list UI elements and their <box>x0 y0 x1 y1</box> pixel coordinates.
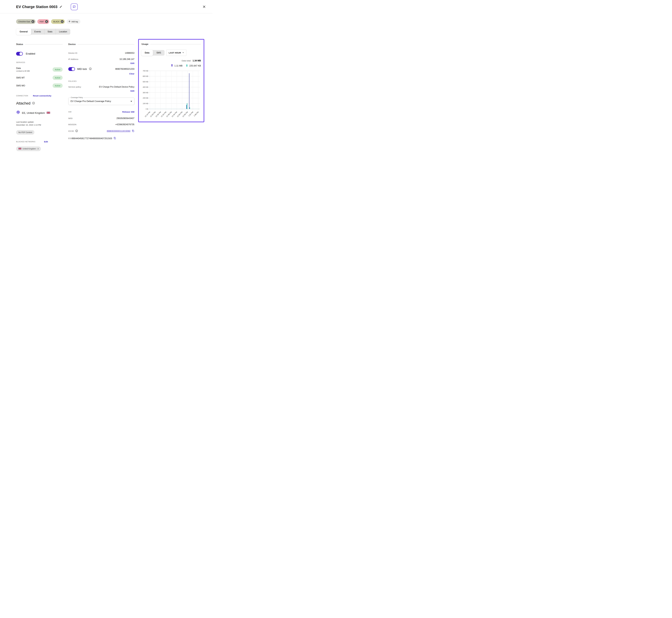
svg-text:12:56 PM: 12:56 PM <box>182 111 188 118</box>
imei-value: 8690760485021203 <box>115 68 134 70</box>
sim-label: SIM <box>68 111 72 113</box>
imei-clear-link[interactable]: Clear <box>129 73 134 75</box>
status-badge: Active <box>53 83 63 88</box>
tab-events[interactable]: Events <box>31 29 44 35</box>
tab-location[interactable]: Location <box>56 29 71 35</box>
remove-tag-icon[interactable] <box>31 20 34 23</box>
add-tag-button[interactable]: Add tag <box>67 19 80 24</box>
tab-general[interactable]: General <box>16 28 31 35</box>
data-total-row: Data total: 1.34 MB <box>141 60 201 62</box>
data-total-label: Data total: <box>182 60 191 62</box>
service-name: SMS MO <box>16 84 25 87</box>
iccid-link[interactable]: 89883030000111819360 <box>107 130 130 132</box>
service-policy-label: Service policy <box>68 86 81 88</box>
upload-download-row: 1.11 MB 225.647 KB <box>141 64 201 67</box>
imsi-label: IMSI <box>68 117 73 120</box>
blocked-networks-edit-link[interactable]: Edit <box>44 140 48 143</box>
add-tag-label: Add tag <box>72 20 78 23</box>
usage-type-segmented: Data SMS <box>141 50 165 56</box>
tag-chip: Cheshire East <box>16 19 35 24</box>
copy-icon[interactable] <box>113 137 116 140</box>
usage-chart: 0 B100 KB200 KB300 KB400 KB500 KB600 KB7… <box>141 68 202 120</box>
service-row-sms-mo: SMS MO Active <box>16 83 63 88</box>
svg-text:600 KB: 600 KB <box>143 75 148 77</box>
remove-tag-icon[interactable] <box>61 20 64 23</box>
policies-label: POLICIES <box>68 80 134 82</box>
blocked-network-label: United Kingdom - 3 <box>22 148 38 150</box>
imei-lock-label: IMEI lock <box>77 68 87 71</box>
usage-tab-sms[interactable]: SMS <box>153 50 165 56</box>
attachment-state: Attached <box>16 101 30 105</box>
release-sim-link[interactable]: Release SIM <box>122 111 134 113</box>
usage-tab-data[interactable]: Data <box>141 50 153 56</box>
service-policy-edit-link[interactable]: Edit <box>130 90 134 92</box>
connection-label: CONNECTION <box>16 95 28 97</box>
status-section-title: Status <box>16 43 23 46</box>
svg-text:700 KB: 700 KB <box>143 70 148 72</box>
iccid-label: ICCID <box>68 130 74 132</box>
status-badge: Active <box>53 76 63 80</box>
tag-label: BLACK <box>54 20 60 23</box>
service-name: Data <box>16 67 30 70</box>
eid-value: 89044045817727484800000407251503 <box>72 137 112 140</box>
coverage-policy-value: EV Charge Pro Default Coverage Policy <box>71 100 129 103</box>
dropdown-caret-icon <box>130 101 132 102</box>
chat-bubble-icon <box>73 5 76 9</box>
tab-stats[interactable]: Stats <box>44 29 56 35</box>
svg-text:0 B: 0 B <box>146 108 148 110</box>
coverage-policy-select[interactable]: Coverage Policy EV Charge Pro Default Co… <box>68 98 134 105</box>
svg-text:500 KB: 500 KB <box>143 81 148 83</box>
info-icon[interactable] <box>89 68 92 71</box>
service-name: SMS MT <box>16 77 25 79</box>
status-badge: Active <box>53 67 63 72</box>
svg-text:400 KB: 400 KB <box>143 86 148 88</box>
enabled-toggle[interactable] <box>16 52 23 56</box>
usage-section-title: Usage <box>141 43 149 45</box>
reset-connectivity-link[interactable]: Reset connectivity <box>33 95 51 97</box>
device-id-label: Device ID <box>68 52 77 54</box>
modal-header: EV Charge Station 0003 <box>0 0 212 13</box>
download-value: 225.647 KB <box>189 65 201 67</box>
info-icon[interactable] <box>32 102 35 105</box>
svg-text:12:14 PM: 12:14 PM <box>144 111 151 118</box>
usage-panel: Usage Data SMS LAST HOUR Data total: 1.3… <box>138 39 204 122</box>
info-icon[interactable] <box>75 129 78 133</box>
svg-text:12:44 PM: 12:44 PM <box>171 111 178 118</box>
attached-network-row: EE, United Kingdom <box>16 111 63 115</box>
coverage-policy-label: Coverage Policy <box>70 97 84 98</box>
copy-icon[interactable] <box>132 129 134 133</box>
pdp-context-chip: No PDP Context <box>16 130 34 135</box>
close-button[interactable] <box>203 5 206 9</box>
notes-button[interactable] <box>71 3 78 10</box>
remove-tag-icon[interactable] <box>45 20 48 23</box>
svg-text:300 KB: 300 KB <box>143 92 148 94</box>
msisdn-label: MSISDN <box>68 123 76 126</box>
upload-value: 1.11 MB <box>175 65 183 67</box>
svg-text:200 KB: 200 KB <box>143 97 148 99</box>
ip-address-value: 10.189.248.147 <box>119 58 134 61</box>
svg-text:12:38 PM: 12:38 PM <box>166 111 172 118</box>
status-section: Status Enabled SERVICES Data Limited to … <box>16 43 63 151</box>
device-section-title: Device <box>68 43 76 46</box>
svg-text:12:20 PM: 12:20 PM <box>150 111 156 118</box>
blocked-network-chip: United Kingdom - 3 <box>16 146 41 151</box>
header-divider <box>0 13 212 13</box>
uk-flag-icon <box>46 111 50 114</box>
eid-row: EID 89044045817727484800000407251503 <box>68 137 134 140</box>
svg-text:100 KB: 100 KB <box>143 103 148 105</box>
download-icon <box>186 64 188 67</box>
svg-text:12:26 PM: 12:26 PM <box>155 111 162 118</box>
tag-chip: BLACK <box>51 19 65 24</box>
ip-address-label: IP Address <box>68 58 78 61</box>
section-divider <box>78 44 134 44</box>
time-range-dropdown[interactable]: LAST HOUR <box>166 49 186 56</box>
ip-edit-link[interactable]: Edit <box>130 62 134 65</box>
last-location-label: Last location update: <box>16 121 63 124</box>
page-title: EV Charge Station 0003 <box>16 5 58 9</box>
plus-icon <box>69 20 71 23</box>
edit-title-button[interactable] <box>60 5 62 9</box>
eid-label: EID <box>68 137 72 139</box>
close-icon <box>203 5 206 9</box>
tag-label: Cheshire East <box>18 20 30 23</box>
imei-lock-toggle[interactable] <box>68 67 75 71</box>
